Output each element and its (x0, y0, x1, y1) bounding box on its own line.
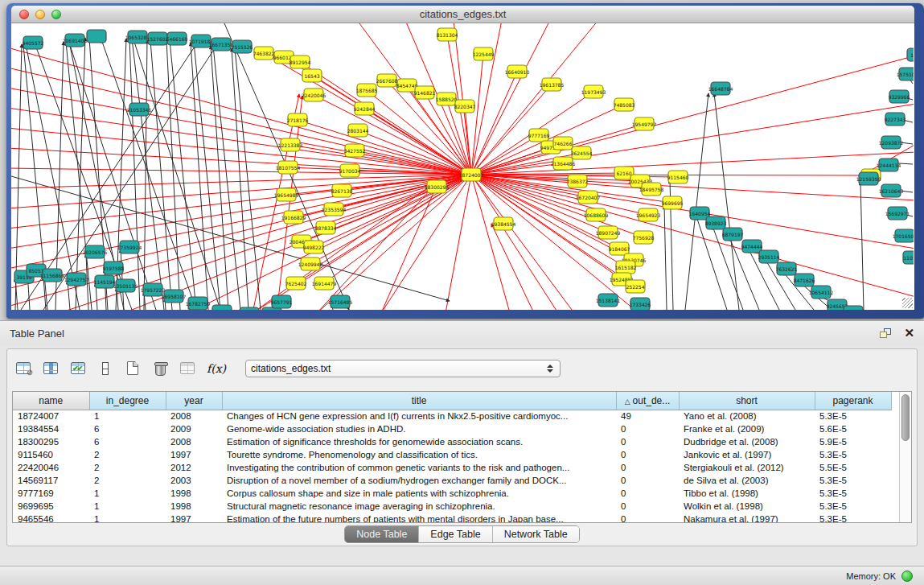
graph-node[interactable]: 20206576 (83, 245, 108, 258)
graph-node[interactable]: 11973493 (581, 85, 606, 98)
table-cell[interactable]: 9465546 (13, 513, 89, 522)
graph-node[interactable]: 7386372 (567, 175, 589, 187)
graph-node[interactable]: 6879197 (722, 228, 744, 241)
graph-node[interactable]: 2718176 (287, 113, 309, 126)
table-row[interactable]: 946554611997Estimation of the future num… (13, 513, 891, 522)
graph-node[interactable]: 8131304 (437, 28, 458, 41)
graph-node[interactable]: 12159358 (856, 172, 881, 185)
graph-node[interactable]: 8471626 (794, 274, 815, 286)
graph-node[interactable]: 1145194 (94, 275, 116, 288)
graph-node[interactable] (87, 30, 106, 43)
table-cell[interactable]: 1997 (166, 448, 222, 461)
graph-node[interactable]: 8878334 (315, 221, 337, 234)
graph-node[interactable]: 1615182 (615, 261, 637, 274)
graph-node[interactable]: 18495758 (639, 183, 664, 196)
function-builder-button[interactable]: f(x) (207, 359, 226, 378)
graph-node[interactable]: 8912954 (290, 56, 311, 68)
graph-node[interactable]: 16671358 (209, 38, 234, 51)
graph-node[interactable]: 11156869 (40, 269, 65, 282)
table-cell[interactable]: 5.3E-5 (815, 410, 891, 422)
graph-edge-red[interactable] (11, 108, 471, 175)
table-cell[interactable]: de Silva et al. (2003) (679, 474, 815, 487)
graph-node[interactable]: 9197588 (103, 262, 125, 274)
table-cell[interactable]: Genome-wide association studies in ADHD. (222, 422, 616, 435)
table-row[interactable]: 969969511998Structural magnetic resonanc… (13, 500, 891, 513)
graph-node[interactable]: 19613785 (540, 78, 565, 91)
table-cell[interactable]: 5.3E-5 (815, 513, 891, 522)
table-cell[interactable]: 0 (616, 474, 679, 487)
graph-edge-red[interactable] (471, 23, 502, 175)
network-canvas[interactable]: 9405572206914061065328715276026466160107… (11, 23, 914, 310)
graph-node[interactable]: 9329966 (889, 90, 910, 103)
table-cell[interactable]: 2008 (166, 435, 222, 448)
table-cell[interactable]: 6 (89, 435, 166, 448)
graph-node[interactable]: 18300295 (425, 180, 450, 193)
table-settings-button[interactable]: ⚙ (15, 359, 31, 378)
graph-node[interactable]: 15751074 (897, 68, 914, 80)
graph-node[interactable]: 7632621 (776, 262, 798, 275)
graph-node[interactable]: 19654923 (636, 208, 661, 221)
graph-node[interactable]: 18107554 (276, 161, 301, 174)
table-vertical-scrollbar[interactable] (899, 392, 911, 522)
table-cell[interactable]: 1 (89, 500, 166, 513)
column-header-short[interactable]: short (679, 392, 815, 410)
graph-node[interactable]: 9405572 (23, 36, 44, 49)
graph-node[interactable]: 13505135 (113, 279, 138, 292)
table-row[interactable]: 1938455462009Genome-wide association stu… (13, 422, 891, 435)
table-cell[interactable]: Dudbridge et al. (2008) (679, 435, 815, 448)
graph-node[interactable]: 1733426 (630, 298, 651, 310)
graph-node[interactable]: 2803144 (347, 124, 369, 137)
graph-node[interactable]: 22420046 (302, 89, 326, 101)
graph-edge-black[interactable] (664, 206, 667, 310)
table-cell[interactable]: 0 (616, 422, 679, 435)
table-row[interactable]: 1830029562008Estimation of significance … (13, 435, 891, 448)
table-cell[interactable]: 2 (89, 474, 166, 487)
table-cell[interactable]: Estimation of significance thresholds fo… (222, 435, 616, 448)
network-graph[interactable]: 9405572206914061065328715276026466160107… (11, 23, 914, 310)
graph-edge-black[interactable] (696, 216, 727, 310)
graph-node[interactable]: 18907249 (596, 226, 621, 239)
graph-node[interactable]: 12409948 (298, 257, 323, 270)
delete-table-disabled-button[interactable] (179, 359, 195, 378)
float-window-icon[interactable] (880, 328, 891, 338)
scrollbar-thumb[interactable] (901, 394, 910, 441)
graph-edge-red[interactable] (471, 175, 914, 297)
column-header-year[interactable]: year (166, 392, 222, 410)
column-header-pagerank[interactable]: pagerank (815, 392, 891, 410)
graph-node[interactable]: 9115460 (667, 171, 689, 183)
graph-node[interactable]: 6466160 (166, 32, 188, 45)
graph-node[interactable]: 7485083 (614, 98, 635, 111)
table-cell[interactable]: Disruption of a novel member of a sodium… (222, 474, 616, 487)
graph-node[interactable]: 2935114 (758, 250, 780, 263)
table-cell[interactable]: 9115460 (13, 448, 89, 461)
table-cell[interactable]: 9699695 (13, 500, 89, 513)
graph-node[interactable]: 10688609 (584, 208, 609, 221)
table-cell[interactable]: 14569117 (13, 474, 89, 487)
table-row[interactable]: 1872400712008Changes of HCN gene express… (13, 410, 891, 422)
graph-edge-black[interactable] (211, 46, 228, 310)
graph-node[interactable]: 7625402 (285, 277, 307, 290)
graph-node[interactable]: 17359924 (117, 241, 142, 253)
graph-node[interactable]: 17016504 (893, 229, 914, 242)
table-row[interactable]: 911546021997Tourette syndrome. Phenomeno… (13, 448, 891, 461)
table-cell[interactable]: Changes of HCN gene expression and I(f) … (222, 410, 616, 422)
table-cell[interactable]: 5.3E-5 (815, 474, 891, 487)
table-cell[interactable]: 6 (89, 422, 166, 435)
table-cell[interactable]: 2012 (166, 461, 222, 474)
graph-node[interactable]: 16958107 (162, 290, 187, 303)
graph-node[interactable]: 9146821 (414, 86, 436, 99)
graph-edge-black[interactable] (685, 93, 708, 310)
graph-node[interactable]: 19384554 (491, 217, 516, 230)
table-row[interactable]: 1456911722003Disruption of a novel membe… (13, 474, 891, 487)
graph-node[interactable]: 15692971 (885, 207, 910, 220)
graph-edge-red[interactable] (471, 54, 483, 175)
graph-edge-red[interactable] (491, 224, 534, 310)
graph-node[interactable]: 110753 (903, 251, 914, 264)
table-cell[interactable]: 1 (89, 513, 166, 522)
table-cell[interactable]: 2003 (166, 474, 222, 487)
graph-node[interactable]: 9474444 (741, 240, 763, 253)
graph-node[interactable]: 9777169 (528, 129, 550, 142)
table-columns-button[interactable] (43, 359, 59, 378)
table-cell[interactable]: 0 (616, 448, 679, 461)
table-cell[interactable]: 0 (616, 513, 679, 522)
